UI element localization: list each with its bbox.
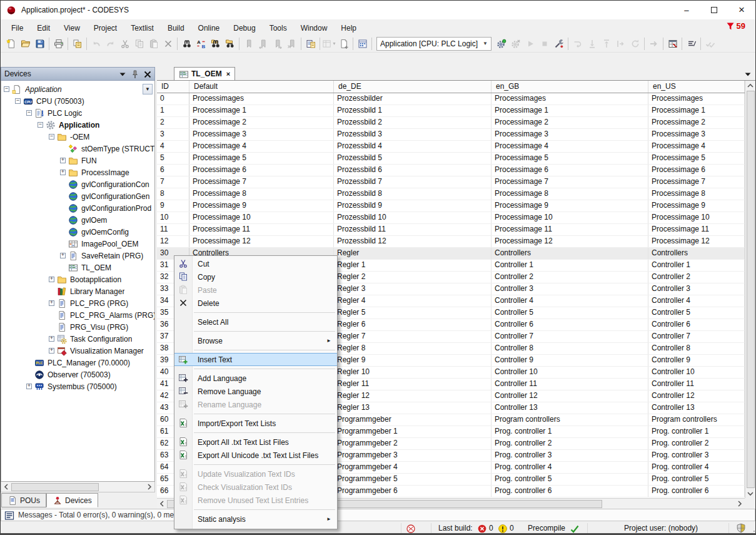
messages-bar[interactable]: Messages - Total 0 error(s), 0 warning(s… <box>1 509 755 521</box>
expand-icon[interactable]: + <box>60 158 66 163</box>
open-project-button[interactable] <box>18 37 33 51</box>
properties-button[interactable] <box>303 37 318 51</box>
table-row[interactable]: 2Processimage 2Prozessbild 2Processimage… <box>157 117 745 129</box>
expand-icon[interactable]: + <box>49 348 54 354</box>
login-button[interactable] <box>494 37 508 51</box>
menu-window[interactable]: Window <box>294 21 335 35</box>
column-header-en_us[interactable]: en_US <box>648 81 745 93</box>
scroll-up-icon[interactable] <box>745 81 755 90</box>
expand-icon[interactable]: + <box>49 300 54 306</box>
context-menu-static-analysis[interactable]: Static analysis► <box>174 512 337 526</box>
tab-devices[interactable]: Devices <box>46 493 98 507</box>
tab-close-icon[interactable]: × <box>226 70 230 78</box>
menu-build[interactable]: Build <box>161 21 191 35</box>
replace-in-project-button[interactable] <box>223 37 237 51</box>
context-menu-select-all[interactable]: Select All <box>174 315 337 329</box>
combo-dropdown-icon[interactable]: ▼ <box>478 41 488 46</box>
expand-icon[interactable]: + <box>60 253 66 258</box>
expand-icon[interactable]: + <box>26 384 32 389</box>
static-analysis-toolbar-button[interactable] <box>684 37 698 51</box>
menu-online[interactable]: Online <box>191 21 227 35</box>
context-menu-delete[interactable]: Delete <box>174 297 337 310</box>
expand-icon[interactable]: + <box>49 277 54 282</box>
resize-grip[interactable] <box>747 527 754 534</box>
tree-item-gvlconfigurationprod[interactable]: gvlConfigurationProd <box>1 202 154 214</box>
table-row[interactable]: 3Processimage 3Prozessbild 3Processimage… <box>157 129 745 141</box>
tree-item-oem[interactable]: −-OEM <box>1 131 154 143</box>
menu-help[interactable]: Help <box>334 21 363 35</box>
scroll-thumb[interactable] <box>11 483 99 491</box>
replace-button[interactable]: AB <box>194 37 208 51</box>
table-row[interactable]: 6Processimage 6Prozessbild 6Processimage… <box>157 165 745 176</box>
tree-item-processimage[interactable]: +ProcessImage <box>1 166 154 178</box>
menu-textlist[interactable]: Textlist <box>124 21 161 35</box>
collapse-icon[interactable]: − <box>15 98 21 104</box>
expand-icon[interactable]: + <box>60 170 66 175</box>
collapse-icon[interactable]: − <box>49 134 54 140</box>
scroll-left-icon[interactable] <box>157 499 167 509</box>
tree-item-stoemtype-struct[interactable]: stOemType (STRUCT) <box>1 143 154 155</box>
new-project-button[interactable] <box>4 37 18 51</box>
context-menu-export-all-txt-text-list-files[interactable]: Export All .txt Text List Files <box>174 436 337 449</box>
menu-tools[interactable]: Tools <box>263 21 294 35</box>
table-vscrollbar[interactable] <box>745 81 755 498</box>
tree-item-observer-705003[interactable]: Observer (705003) <box>1 369 154 380</box>
textlist-tools-button[interactable] <box>665 37 680 51</box>
tree-item-plc-manager-70-0000[interactable]: PLCPLC_Manager (70.0000) <box>1 357 154 369</box>
scroll-down-icon[interactable] <box>745 489 755 498</box>
tree-item-cpu-705003[interactable]: −CPUCPU (705003) <box>1 95 154 107</box>
save-project-button[interactable] <box>33 37 47 51</box>
menu-view[interactable]: View <box>57 21 87 35</box>
project-information-button[interactable] <box>70 37 84 51</box>
scroll-right-icon[interactable] <box>735 499 745 509</box>
tree-item-plc-prg-prg[interactable]: +PLC_PRG (PRG) <box>1 297 154 309</box>
breakpoint-settings-button[interactable] <box>552 37 566 51</box>
filter-funnel-icon[interactable] <box>725 21 735 31</box>
scroll-right-icon[interactable] <box>144 482 154 492</box>
panel-close-icon[interactable] <box>143 69 151 78</box>
context-menu-insert-text[interactable]: Insert Text <box>174 353 337 366</box>
tree-item-task-configuration[interactable]: +Task Configuration <box>1 333 154 345</box>
tree-item-tl-oem[interactable]: TL_OEM <box>1 262 154 273</box>
tree-item-gvloemconfig[interactable]: gvlOemConfig <box>1 226 154 238</box>
tree-item-imagepool-oem[interactable]: ImagePool_OEM <box>1 238 154 250</box>
security-shield-icon[interactable] <box>736 523 745 535</box>
panel-menu-icon[interactable] <box>118 69 126 78</box>
tree-item-application[interactable]: −Application▼ <box>1 83 154 95</box>
table-row[interactable]: 11Processimage 11Prozessbild 11Processim… <box>157 224 745 236</box>
table-row[interactable]: 9Processimage 9Prozessbild 9Processimage… <box>157 200 745 212</box>
find-in-project-button[interactable] <box>208 37 223 51</box>
tree-item-plc-logic[interactable]: −PLC Logic <box>1 107 154 119</box>
tree-item-fun[interactable]: +FUN <box>1 155 154 166</box>
tree-item-saveretain-prg[interactable]: +SaveRetain (PRG) <box>1 250 154 262</box>
tree-item-library-manager[interactable]: Library Manager <box>1 285 154 297</box>
table-row[interactable]: 0ProcessimagesProzessbilderProcessimages… <box>157 93 745 105</box>
find-button[interactable] <box>179 37 194 51</box>
table-row[interactable]: 8Processimage 8Prozessbild 8Processimage… <box>157 188 745 200</box>
close-button[interactable]: × <box>728 1 755 19</box>
context-menu-cut[interactable]: Cut <box>174 257 337 270</box>
tab-list-dropdown-icon[interactable] <box>743 69 752 77</box>
column-header-default[interactable]: Default <box>189 81 334 93</box>
table-row[interactable]: 7Processimage 7Prozessbild 7Processimage… <box>157 176 745 188</box>
maximize-button[interactable] <box>700 1 728 19</box>
editor-tab-tl-oem[interactable]: TL_OEM × <box>174 67 235 80</box>
table-row[interactable]: 10Processimage 10Prozessbild 10Processim… <box>157 212 745 224</box>
context-menu-browse[interactable]: Browse► <box>174 334 337 347</box>
menu-project[interactable]: Project <box>87 21 124 35</box>
table-row[interactable]: 12Processimage 12Prozessbild 12Processim… <box>157 236 745 248</box>
tree-item-gvlconfigurationcon[interactable]: gvlConfigurationCon <box>1 178 154 190</box>
tree-item-visualization-manager[interactable]: +Visualization Manager <box>1 345 154 357</box>
table-row[interactable]: 5Processimage 5Prozessbild 5Processimage… <box>157 153 745 165</box>
devices-hscrollbar[interactable] <box>1 482 155 492</box>
context-menu-import-export-text-lists[interactable]: Import/Export Text Lists <box>174 417 337 430</box>
menu-file[interactable]: File <box>4 21 30 35</box>
tree-item-systembus-705000[interactable]: +Systembus (705000) <box>1 380 154 392</box>
table-row[interactable]: 4Processimage 4Prozessbild 4Processimage… <box>157 141 745 153</box>
context-menu-copy[interactable]: Copy <box>174 270 337 283</box>
expand-icon[interactable]: + <box>49 336 54 342</box>
tree-item-prg-visu-prg[interactable]: PRG_Visu (PRG) <box>1 321 154 333</box>
vscroll-thumb[interactable] <box>747 91 755 488</box>
new-object-button[interactable] <box>336 37 351 51</box>
collapse-icon[interactable]: − <box>4 86 9 92</box>
